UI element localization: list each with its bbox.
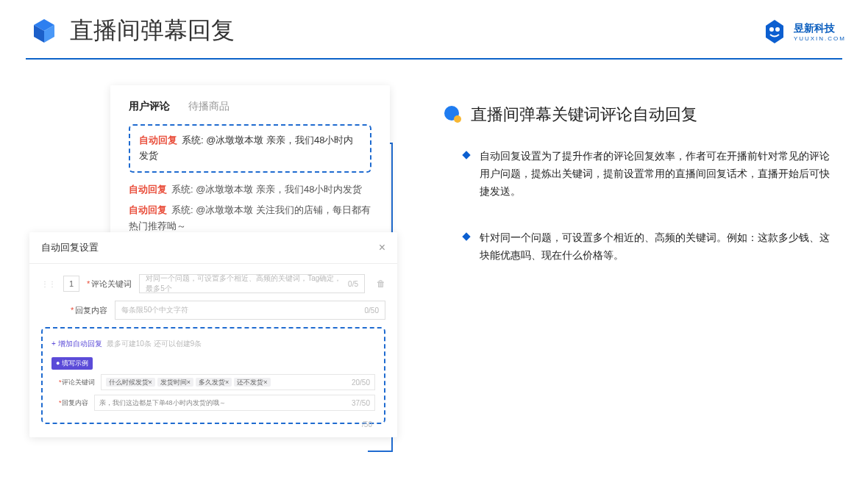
example-tag: 发货时间× [157,378,193,387]
content-label: *回复内容 [71,305,107,316]
keyword-input[interactable]: 对同一个问题，可设置多个相近、高频的关键词，Tag确定，最多5个 0/5 [139,274,365,293]
example-tags: 什么时候发货×发货时间×多久发货×还不发货× [106,378,273,387]
auto-reply-badge: 自动回复 [129,204,167,215]
example-box: + 增加自动回复最多可建10条 还可以创建9条 ● 填写示例 *评论关键词 什么… [41,327,385,424]
feature-title: 直播间弹幕关键词评论自动回复 [471,104,697,126]
bullet-text: 自动回复设置为了提升作者的评论回复效率，作者可在开播前针对常见的评论用户问题，提… [480,148,839,200]
example-keyword-input[interactable]: 什么时候发货×发货时间×多久发货×还不发货× 20/50 [101,374,375,390]
add-tip: 最多可建10条 还可以创建9条 [107,340,202,348]
highlighted-comment: 自动回复系统: @冰墩墩本墩 亲亲，我们48小时内发货 [129,124,371,173]
svg-point-6 [454,115,461,123]
comment-item: 自动回复系统: @冰墩墩本墩 关注我们的店铺，每日都有热门推荐呦～ [129,202,371,234]
char-count: 0/50 [365,306,379,315]
keyword-label: *评论关键词 [87,279,132,290]
tab-user-comments[interactable]: 用户评论 [129,100,170,113]
modal-title: 自动回复设置 [41,241,99,254]
auto-reply-settings-modal: 自动回复设置 × ⋮⋮ 1 *评论关键词 对同一个问题，可设置多个相近、高频的关… [29,232,397,437]
connector-line [368,451,393,452]
close-icon[interactable]: × [379,241,385,254]
comments-panel: 用户评论 待播商品 自动回复系统: @冰墩墩本墩 亲亲，我们48小时内发货 自动… [110,85,390,254]
comment-text: 系统: @冰墩墩本墩 亲亲，我们48小时内发货 [171,184,363,195]
logo-cn: 昱新科技 [794,22,846,35]
cube-icon [29,16,59,46]
placeholder-text: 每条限50个中文字符 [121,305,188,315]
auto-reply-badge: 自动回复 [129,184,167,195]
example-keyword-label: *评论关键词 [59,378,95,387]
auto-reply-badge: 自动回复 [139,134,177,146]
char-count: 37/50 [352,399,370,407]
char-count: 20/50 [352,378,370,387]
example-tag: 多久发货× [196,378,232,387]
logo-en: YUUXIN.COM [794,35,846,42]
bullet-text: 针对同一个问题，可设置多个相近的、高频的关键词。例如：这款多少钱、这块能优惠吗、… [480,229,839,265]
bullet-item: 针对同一个问题，可设置多个相近的、高频的关键词。例如：这款多少钱、这块能优惠吗、… [441,229,839,265]
example-tag: 还不发货× [234,378,270,387]
brand-logo: 昱新科技 YUUXIN.COM [761,18,846,45]
index-box: 1 [63,276,79,292]
bullet-item: 自动回复设置为了提升作者的评论回复效率，作者可在开播前针对常见的评论用户问题，提… [441,148,839,200]
example-tag: 什么时候发货× [106,378,155,387]
placeholder-text: 对同一个问题，可设置多个相近、高频的关键词，Tag确定，最多5个 [146,273,348,294]
svg-point-3 [769,27,774,32]
stray-count: /50 [362,420,372,428]
diamond-icon [462,233,470,241]
comment-item: 自动回复系统: @冰墩墩本墩 亲亲，我们48小时内发货 [129,182,371,198]
example-badge: ● 填写示例 [51,357,93,370]
example-content-label: *回复内容 [59,398,88,408]
chat-bubble-icon [441,104,462,125]
char-count: 0/5 [348,280,358,288]
page-title: 直播间弹幕回复 [70,15,235,47]
drag-handle-icon[interactable]: ⋮⋮ [41,280,56,288]
svg-point-4 [775,27,780,32]
example-content-value: 亲，我们这边都是下单48小时内发货的哦～ [99,398,226,408]
trash-icon[interactable]: 🗑 [377,279,385,289]
tab-pending-goods[interactable]: 待播商品 [188,100,230,113]
diamond-icon [462,151,470,159]
add-auto-reply-link[interactable]: + 增加自动回复 [51,339,102,349]
example-content-input[interactable]: 亲，我们这边都是下单48小时内发货的哦～ 37/50 [94,395,375,411]
content-input[interactable]: 每条限50个中文字符 0/50 [115,301,385,320]
